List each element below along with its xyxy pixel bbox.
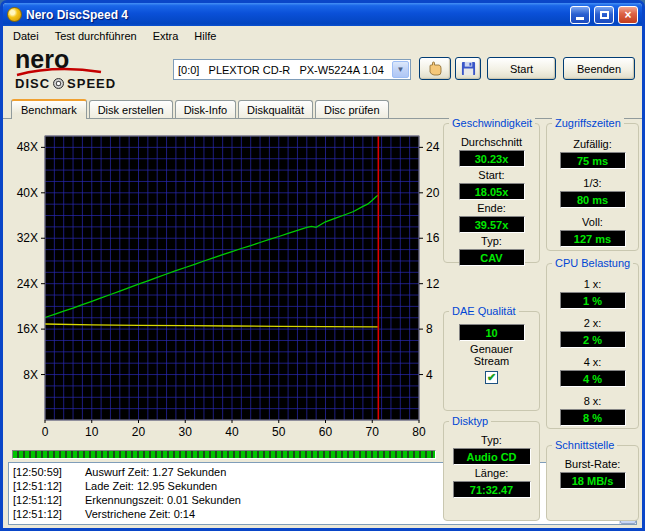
field-durchschnitt: Durchschnitt 30.23x — [459, 136, 525, 167]
svg-text:16: 16 — [426, 231, 440, 245]
field-1x: 1 x: 1 % — [560, 278, 626, 309]
panel-title: CPU Belastung — [552, 257, 633, 269]
panel-title: Zugriffszeiten — [552, 117, 624, 129]
disc-icon — [53, 78, 64, 89]
field-label: 8 x: — [584, 395, 602, 407]
svg-text:0: 0 — [42, 425, 49, 439]
value-display: 10 — [459, 324, 525, 341]
minimize-button[interactable] — [570, 6, 590, 24]
nero-logo: nero DISC SPEED — [15, 47, 155, 91]
field-label: Genauer Stream — [464, 343, 520, 367]
svg-text:8X: 8X — [23, 368, 38, 382]
value-display: 39.57x — [459, 216, 525, 233]
maximize-button[interactable] — [594, 6, 614, 24]
tab-diskqualitaet[interactable]: Diskqualität — [238, 100, 313, 118]
value-display: 8 % — [560, 409, 626, 426]
field-2x: 2 x: 2 % — [560, 317, 626, 348]
field-voll: Voll: 127 ms — [560, 216, 626, 247]
benchmark-chart: 0102030405060708048X40X32X24X16X8X242016… — [7, 122, 441, 444]
panel-zugriffszeiten: Zugriffszeiten Zufällig: 75 ms 1/3: 80 m… — [546, 123, 639, 251]
value-display: 4 % — [560, 370, 626, 387]
field-label: Durchschnitt — [461, 136, 522, 148]
menu-item-test-durchfuehren[interactable]: Test durchführen — [47, 27, 145, 45]
quit-button[interactable]: Beenden — [563, 57, 635, 80]
value-display: 71:32.47 — [453, 481, 531, 498]
field-laenge: Länge: 71:32.47 — [453, 467, 531, 498]
progress-bar — [12, 450, 436, 459]
toolbar: nero DISC SPEED [0:0] PLEXTOR CD-R PX-W5… — [3, 46, 642, 96]
tab-benchmark[interactable]: Benchmark — [11, 99, 87, 119]
brand-disc-text: DISC — [15, 76, 50, 91]
value-display: 80 ms — [560, 191, 626, 208]
hand-icon — [426, 61, 444, 77]
field-label: 1/3: — [583, 177, 601, 189]
maximize-icon — [600, 11, 609, 19]
svg-text:16X: 16X — [17, 322, 38, 336]
field-label: Ende: — [477, 202, 506, 214]
field-label: Voll: — [582, 216, 603, 228]
menu-item-extra[interactable]: Extra — [145, 27, 187, 45]
panel-dae-qualitaet: DAE Qualität 10 Genauer Stream ✔ — [443, 311, 540, 411]
svg-text:20: 20 — [426, 186, 440, 200]
panel-title: Geschwindigkeit — [449, 117, 535, 129]
log-message: Verstrichene Zeit: 0:14 — [85, 507, 195, 521]
menu-item-datei[interactable]: Datei — [5, 27, 47, 45]
value-display: 75 ms — [560, 152, 626, 169]
log-message: Auswurf Zeit: 1.27 Sekunden — [85, 465, 226, 479]
save-icon — [461, 61, 476, 76]
start-button[interactable]: Start — [487, 57, 556, 80]
title-bar[interactable]: Nero DiscSpeed 4 × — [3, 3, 642, 26]
log-timestamp: [12:50:59] — [13, 465, 85, 479]
drive-selector-value: [0:0] PLEXTOR CD-R PX-W5224A 1.04 — [174, 64, 391, 76]
app-icon — [7, 7, 22, 22]
close-button[interactable]: × — [618, 6, 638, 24]
right-column-1: Geschwindigkeit Durchschnitt 30.23x Star… — [443, 123, 540, 521]
svg-text:4: 4 — [426, 368, 433, 382]
panel-cpu-belastung: CPU Belastung 1 x: 1 % 2 x: 2 % 4 x: 4 %… — [546, 263, 639, 429]
svg-text:40: 40 — [225, 425, 239, 439]
svg-text:80: 80 — [412, 425, 426, 439]
tab-disk-erstellen[interactable]: Disk erstellen — [89, 100, 173, 118]
chevron-down-icon[interactable]: ▼ — [392, 61, 409, 78]
log-message: Lade Zeit: 12.95 Sekunden — [85, 479, 217, 493]
menu-item-hilfe[interactable]: Hilfe — [186, 27, 224, 45]
field-label: 1 x: — [584, 278, 602, 290]
svg-text:24: 24 — [426, 140, 440, 154]
field-typ: Typ: CAV — [459, 235, 525, 266]
progress-fill — [13, 451, 435, 458]
svg-text:12: 12 — [426, 277, 440, 291]
app-window: Nero DiscSpeed 4 × Datei Test durchführe… — [0, 0, 645, 531]
save-button[interactable] — [455, 57, 481, 80]
field-label: 2 x: — [584, 317, 602, 329]
tab-disk-info[interactable]: Disk-Info — [175, 100, 236, 118]
svg-text:30: 30 — [179, 425, 193, 439]
panel-geschwindigkeit: Geschwindigkeit Durchschnitt 30.23x Star… — [443, 123, 540, 263]
log-list[interactable]: [12:50:59]Auswurf Zeit: 1.27 Sekunden [1… — [8, 462, 637, 525]
panel-schnittstelle: Schnittstelle Burst-Rate: 18 MB/s — [546, 445, 639, 521]
panel-title: DAE Qualität — [449, 305, 519, 317]
field-label: Typ: — [481, 235, 502, 247]
right-column-2: Zugriffszeiten Zufällig: 75 ms 1/3: 80 m… — [546, 123, 639, 521]
log-timestamp: [12:51:12] — [13, 479, 85, 493]
field-label: 4 x: — [584, 356, 602, 368]
log-timestamp: [12:51:12] — [13, 507, 85, 521]
value-display: 2 % — [560, 331, 626, 348]
tab-strip: Benchmark Disk erstellen Disk-Info Diskq… — [3, 96, 642, 119]
value-display: 30.23x — [459, 150, 525, 167]
svg-text:8: 8 — [426, 322, 433, 336]
hand-tool-button[interactable] — [419, 57, 451, 80]
value-display: 127 ms — [560, 230, 626, 247]
field-label: Länge: — [475, 467, 509, 479]
genauer-stream-checkbox[interactable]: ✔ — [485, 371, 498, 384]
svg-text:50: 50 — [272, 425, 286, 439]
value-display: 18.05x — [459, 183, 525, 200]
log-timestamp: [12:51:12] — [13, 493, 85, 507]
field-start: Start: 18.05x — [459, 169, 525, 200]
svg-text:10: 10 — [85, 425, 99, 439]
drive-selector[interactable]: [0:0] PLEXTOR CD-R PX-W5224A 1.04 ▼ — [173, 59, 411, 80]
log-lines: [12:50:59]Auswurf Zeit: 1.27 Sekunden [1… — [9, 463, 636, 523]
brand-subline: DISC SPEED — [15, 76, 155, 91]
panel-title: Disktyp — [449, 415, 491, 427]
tab-disc-pruefen[interactable]: Disc prüfen — [315, 100, 389, 118]
svg-text:48X: 48X — [17, 140, 38, 154]
